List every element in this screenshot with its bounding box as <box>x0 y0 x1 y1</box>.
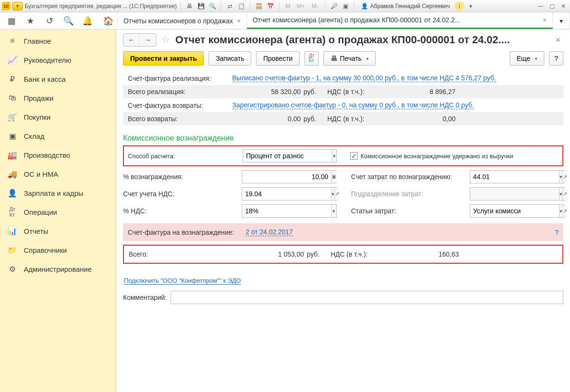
command-bar: Провести и закрыть Записать Провести ДтК… <box>116 49 570 71</box>
expense-acct-field[interactable]: ▾ ↗ <box>470 170 565 183</box>
close-button[interactable]: ✕ <box>559 2 568 10</box>
movements-button[interactable]: ДтКт <box>304 51 318 66</box>
tabs-dropdown[interactable]: ▾ <box>553 12 570 29</box>
home-tab[interactable]: 🏠 <box>99 12 118 29</box>
cost-item-field[interactable]: ▾ ↗ <box>470 204 565 218</box>
help-question-icon[interactable]: ? <box>555 229 559 236</box>
subdiv-input[interactable] <box>470 188 559 200</box>
sidebar-item-admin[interactable]: ⚙Администрирование <box>0 259 116 278</box>
pct-input[interactable] <box>242 171 331 183</box>
sidebar-item-sales[interactable]: 🛍Продажи <box>0 88 116 107</box>
sidebar-item-assets[interactable]: 🚚ОС и НМА <box>0 164 116 183</box>
sidebar-item-operations[interactable]: ДтКтОперации <box>0 202 116 221</box>
checkbox-checked-icon[interactable]: ✓ <box>350 152 358 160</box>
m-minus[interactable]: M- <box>309 2 321 10</box>
sf-ret-link[interactable]: Зарегистрировано счетов-фактур - 0, на с… <box>232 101 474 109</box>
calculator-field-icon[interactable]: 🖩 <box>331 171 337 183</box>
sidebar-item-purchases[interactable]: 🛒Покупки <box>0 107 116 126</box>
sf-comm-link[interactable]: 2 от 24.02.2017 <box>246 228 293 236</box>
total-ret-amount: 0,00 <box>232 115 304 123</box>
tab-report-list[interactable]: Отчеты комиссионеров о продажах × <box>118 12 247 29</box>
help-button[interactable]: ? <box>549 51 563 66</box>
close-icon[interactable]: × <box>237 17 240 25</box>
preview-icon[interactable]: 🔍 <box>208 2 217 10</box>
open-icon[interactable]: ↗ <box>562 205 567 217</box>
write-button[interactable]: Записать <box>209 51 251 66</box>
dropdown-icon[interactable]: ▾ <box>559 205 562 217</box>
comment-field[interactable] <box>171 291 563 304</box>
print-button[interactable]: 🖶Печать <box>323 51 376 66</box>
vat-acct-input[interactable] <box>242 188 331 200</box>
dropdown-icon[interactable]: ▾ <box>331 188 334 200</box>
sidebar-item-main[interactable]: ≡Главное <box>0 31 116 50</box>
dropdown-icon[interactable]: ▾ <box>331 205 336 217</box>
edo-link[interactable]: Подключить "ООО "Конфетпром"" к ЭДО <box>124 277 241 285</box>
sidebar-item-bank[interactable]: ₽Банк и касса <box>0 69 116 88</box>
sf-comm-label: Счет-фактура на вознаграждение: <box>128 229 246 236</box>
vat-pct-input[interactable] <box>242 205 331 217</box>
save-icon[interactable]: 💾 <box>196 2 206 10</box>
comment-input[interactable] <box>171 291 563 304</box>
sf-real-link[interactable]: Выписано счетов-фактур - 1, на сумму 30 … <box>232 74 496 82</box>
withheld-label: Комиссионное вознаграждение удержано из … <box>361 153 513 160</box>
copy-icon[interactable]: 📋 <box>237 2 246 10</box>
subdiv-field[interactable]: ▾ ↗ <box>470 187 565 201</box>
post-button[interactable]: Провести <box>256 51 300 66</box>
sidebar-item-hr[interactable]: 👤Зарплата и кадры <box>0 183 116 202</box>
calculator-icon[interactable]: 🧮 <box>254 2 264 10</box>
m-plus[interactable]: M+ <box>294 2 307 10</box>
tab-doc-active[interactable]: Отчет комиссионера (агента) о продажах К… <box>247 12 553 29</box>
maximize-button[interactable]: ▢ <box>547 2 557 10</box>
nav-fwd-button[interactable]: → <box>140 34 156 46</box>
favorite-star-icon[interactable]: ☆ <box>161 34 171 46</box>
search-icon[interactable]: 🔍 <box>59 12 78 29</box>
history-icon[interactable]: ↺ <box>40 12 59 29</box>
sidebar-item-label: Операции <box>24 208 57 216</box>
main-panel: ← → ☆ Отчет комиссионера (агента) о прод… <box>116 29 570 392</box>
withheld-checkbox-row[interactable]: ✓ Комиссионное вознаграждение удержано и… <box>350 152 513 160</box>
compare-icon[interactable]: ⇄ <box>225 2 235 10</box>
favorites-star-icon[interactable]: ★ <box>21 12 40 29</box>
open-icon[interactable]: ↗ <box>562 171 567 183</box>
calc-method-field[interactable]: ▾ <box>243 149 337 163</box>
info-icon[interactable]: i <box>455 2 464 10</box>
m-register[interactable]: M <box>283 2 293 10</box>
print-icon[interactable]: 🖶 <box>185 2 194 10</box>
notifications-bell-icon[interactable]: 🔔 <box>78 12 97 29</box>
calc-method-input[interactable] <box>243 150 332 162</box>
sidebar-item-production[interactable]: 🏭Производство <box>0 145 116 164</box>
panel-icon[interactable]: ▣ <box>341 2 350 10</box>
vat-pct-field[interactable]: ▾ <box>242 204 337 218</box>
pct-field[interactable]: 🖩 <box>242 170 337 183</box>
subdiv-label: Подразделение затрат: <box>351 190 470 198</box>
dropdown-icon[interactable]: ▾ <box>332 150 336 162</box>
sidebar-item-reports[interactable]: 📊Отчеты <box>0 221 116 240</box>
nav-back-button[interactable]: ← <box>124 34 140 46</box>
open-icon[interactable]: ↗ <box>562 188 567 200</box>
user-block[interactable]: 👤 Абрамов Геннадий Сергеевич <box>358 3 453 10</box>
more-button[interactable]: Еще <box>510 51 545 66</box>
minimize-button[interactable]: — <box>536 2 545 10</box>
close-icon[interactable]: × <box>543 16 547 24</box>
total-returns-row: Всего возвраты: 0,00 руб. НДС (в т.ч.): … <box>123 112 563 125</box>
open-icon[interactable]: ↗ <box>334 188 339 200</box>
sf-real-label: Счет-фактура реализация: <box>128 75 232 82</box>
close-doc-button[interactable]: × <box>552 35 563 45</box>
sidebar-item-warehouse[interactable]: ▣Склад <box>0 126 116 145</box>
apps-grid-icon[interactable]: ▦ <box>2 12 21 29</box>
zoom-icon[interactable]: 🔎 <box>329 2 339 10</box>
post-and-close-button[interactable]: Провести и закрыть <box>123 51 204 66</box>
app-menu-dropdown[interactable]: ▼ <box>12 2 23 10</box>
person-icon: 👤 <box>8 189 17 198</box>
cost-item-input[interactable] <box>470 205 559 217</box>
sidebar-item-manager[interactable]: 📈Руководителю <box>0 50 116 69</box>
vat-acct-field[interactable]: ▾ ↗ <box>242 187 337 201</box>
calendar-icon[interactable]: 📅 <box>266 2 275 10</box>
pct-label: % вознаграждения: <box>123 173 242 181</box>
info-dropdown[interactable]: ▾ <box>466 2 475 10</box>
sidebar-item-label: Покупки <box>24 113 50 121</box>
dropdown-icon[interactable]: ▾ <box>559 171 562 183</box>
dropdown-icon[interactable]: ▾ <box>559 188 562 200</box>
sidebar-item-catalogs[interactable]: 📁Справочники <box>0 240 116 259</box>
expense-acct-input[interactable] <box>470 171 559 183</box>
